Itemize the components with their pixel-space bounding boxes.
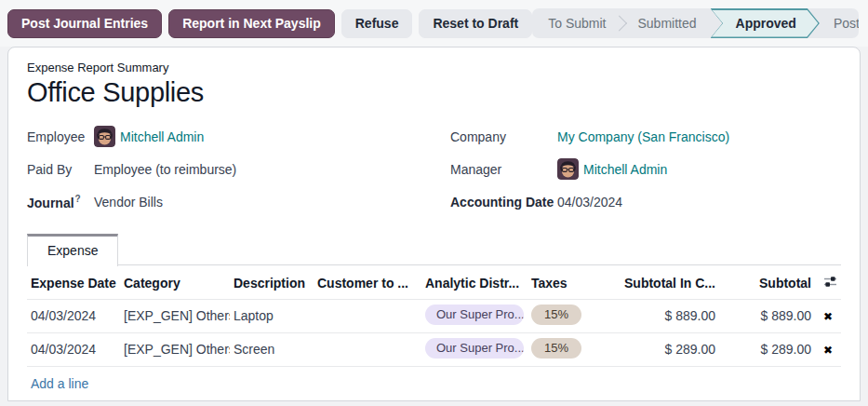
status-step-posted[interactable]: Posted xyxy=(818,8,859,38)
field-label-journal: Journal? xyxy=(27,194,94,210)
add-line-row: Add a line xyxy=(27,366,841,400)
cell-expense-date[interactable]: 04/03/2024 xyxy=(27,332,120,366)
tax-tag[interactable]: 15% xyxy=(531,338,581,359)
field-label-accounting-date: Accounting Date xyxy=(450,195,557,210)
field-paid-by: Paid By Employee (to reimburse) xyxy=(27,153,441,185)
field-value-journal[interactable]: Vendor Bills xyxy=(94,195,163,210)
statusbar: To Submit Submitted Approved Posted Done xyxy=(532,8,859,38)
refuse-button[interactable]: Refuse xyxy=(341,9,413,38)
header-expense-date[interactable]: Expense Date xyxy=(27,265,120,299)
delete-row-icon[interactable]: ✖ xyxy=(819,310,837,323)
field-manager: Manager Mitchell Admin xyxy=(450,153,841,185)
header-subtotal-in-currency[interactable]: Subtotal In C... xyxy=(608,265,719,299)
tax-tag[interactable]: 15% xyxy=(531,304,581,325)
field-journal: Journal? Vendor Bills xyxy=(27,185,441,218)
analytic-tag[interactable]: Our Super Pro... xyxy=(425,304,524,325)
status-active-label: Approved xyxy=(711,16,820,31)
sheet-subtitle: Expense Report Summary xyxy=(27,61,841,74)
field-value-paid-by[interactable]: Employee (to reimburse) xyxy=(94,162,236,177)
cell-customer[interactable] xyxy=(314,332,421,366)
employee-link[interactable]: Mitchell Admin xyxy=(120,129,204,144)
field-label-company: Company xyxy=(450,129,557,144)
cell-description[interactable]: Laptop xyxy=(230,299,314,332)
cell-category[interactable]: [EXP_GEN] Others xyxy=(120,332,230,366)
help-icon[interactable]: ? xyxy=(75,194,81,204)
cell-subtotal[interactable]: $ 289.00 xyxy=(719,332,815,366)
reset-to-draft-button[interactable]: Reset to Draft xyxy=(419,9,532,38)
field-label-paid-by: Paid By xyxy=(27,162,94,177)
field-grid: Employee Mitchell Admin xyxy=(27,120,841,218)
cell-analytic: Our Super Pro... xyxy=(421,332,527,366)
header-customer[interactable]: Customer to ... xyxy=(314,265,421,299)
cell-analytic: Our Super Pro... xyxy=(421,299,527,332)
field-label-employee: Employee xyxy=(27,129,94,144)
cell-subtotal[interactable]: $ 889.00 xyxy=(719,299,815,332)
cell-subtotal-in-currency[interactable]: $ 889.00 xyxy=(608,299,719,332)
toolbar: Post Journal Entries Report in Next Pays… xyxy=(0,0,868,47)
expense-report-sheet: Expense Report Summary Office Supplies E… xyxy=(7,47,861,401)
table-row: 04/03/2024 [EXP_GEN] Others Laptop Our S… xyxy=(27,299,841,332)
header-taxes[interactable]: Taxes xyxy=(527,265,608,299)
cell-description[interactable]: Screen xyxy=(230,332,314,366)
report-in-next-payslip-button[interactable]: Report in Next Payslip xyxy=(168,9,335,38)
fields-right-column: Company My Company (San Francisco) Manag… xyxy=(450,120,841,218)
status-step-approved-active[interactable]: Approved xyxy=(711,8,820,38)
tab-expense[interactable]: Expense xyxy=(27,234,118,266)
delete-row-icon[interactable]: ✖ xyxy=(819,344,837,357)
page-title[interactable]: Office Supplies xyxy=(27,77,841,108)
cell-category[interactable]: [EXP_GEN] Others xyxy=(120,299,230,332)
cell-expense-date[interactable]: 04/03/2024 xyxy=(27,299,120,332)
table-row: 04/03/2024 [EXP_GEN] Others Screen Our S… xyxy=(27,332,841,366)
employee-avatar xyxy=(94,126,115,147)
field-value-accounting-date[interactable]: 04/03/2024 xyxy=(557,195,622,210)
manager-link[interactable]: Mitchell Admin xyxy=(583,162,667,177)
manager-avatar xyxy=(557,158,579,180)
cell-customer[interactable] xyxy=(314,299,421,332)
field-value-company[interactable]: My Company (San Francisco) xyxy=(557,129,729,144)
field-value-manager[interactable]: Mitchell Admin xyxy=(557,158,667,180)
expense-lines-table: Expense Date Category Description Custom… xyxy=(27,265,841,366)
status-step-to-submit[interactable]: To Submit xyxy=(532,8,621,38)
optional-columns-icon[interactable] xyxy=(823,275,837,291)
notebook-tabs: Expense xyxy=(27,233,841,265)
header-description[interactable]: Description xyxy=(230,265,314,299)
analytic-tag[interactable]: Our Super Pro... xyxy=(425,338,524,359)
table-header-row: Expense Date Category Description Custom… xyxy=(27,265,841,299)
field-employee: Employee Mitchell Admin xyxy=(27,120,441,153)
action-buttons: Post Journal Entries Report in Next Pays… xyxy=(7,9,532,38)
field-label-manager: Manager xyxy=(450,162,557,177)
field-value-employee[interactable]: Mitchell Admin xyxy=(94,126,204,147)
fields-left-column: Employee Mitchell Admin xyxy=(27,120,441,218)
field-company: Company My Company (San Francisco) xyxy=(450,120,841,153)
cell-taxes: 15% xyxy=(527,299,608,332)
post-journal-entries-button[interactable]: Post Journal Entries xyxy=(7,9,162,38)
cell-taxes: 15% xyxy=(527,332,608,366)
field-accounting-date: Accounting Date 04/03/2024 xyxy=(450,185,841,218)
header-subtotal[interactable]: Subtotal xyxy=(719,265,815,299)
cell-subtotal-in-currency[interactable]: $ 289.00 xyxy=(608,332,719,366)
header-category[interactable]: Category xyxy=(120,265,230,299)
header-analytic-distribution[interactable]: Analytic Distr... xyxy=(421,265,527,299)
add-a-line-link[interactable]: Add a line xyxy=(27,367,92,400)
status-step-submitted[interactable]: Submitted xyxy=(621,8,712,38)
